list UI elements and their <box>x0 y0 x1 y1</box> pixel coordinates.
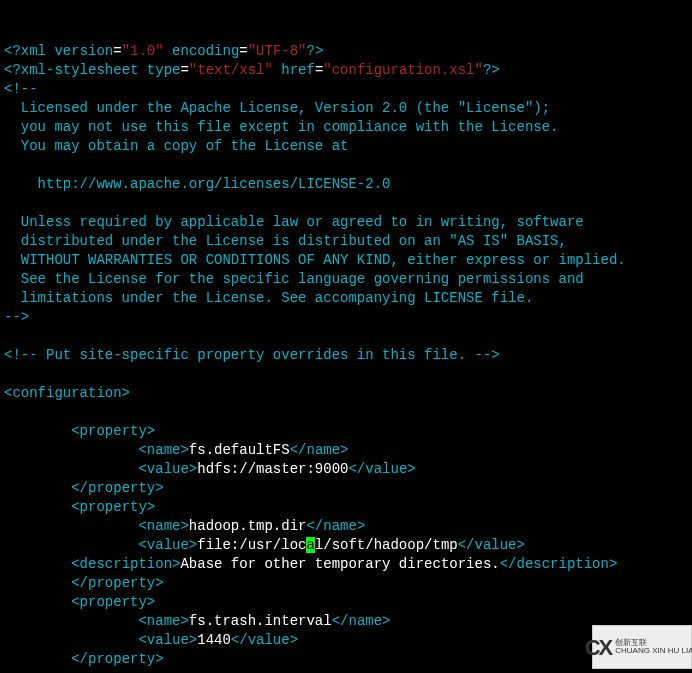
prop3-value: 1440 <box>197 632 231 648</box>
prop1-value: hdfs://master:9000 <box>197 461 348 477</box>
configuration-open: <configuration> <box>4 385 130 401</box>
code-content: <?xml version="1.0" encoding="UTF-8"?> <… <box>4 43 626 673</box>
prop1-name: fs.defaultFS <box>189 442 290 458</box>
prop3-name: fs.trash.interval <box>189 613 332 629</box>
prop2-desc: Abase for other temporary directories. <box>180 556 499 572</box>
license-comment: <!-- <box>4 81 38 97</box>
site-comment: <!-- Put site-specific property override… <box>4 347 500 363</box>
watermark-logo: CX 创新互联 CHUANG XIN HU LIAN <box>592 625 692 669</box>
prop2-name: hadoop.tmp.dir <box>189 518 307 534</box>
cursor: a <box>306 537 314 553</box>
